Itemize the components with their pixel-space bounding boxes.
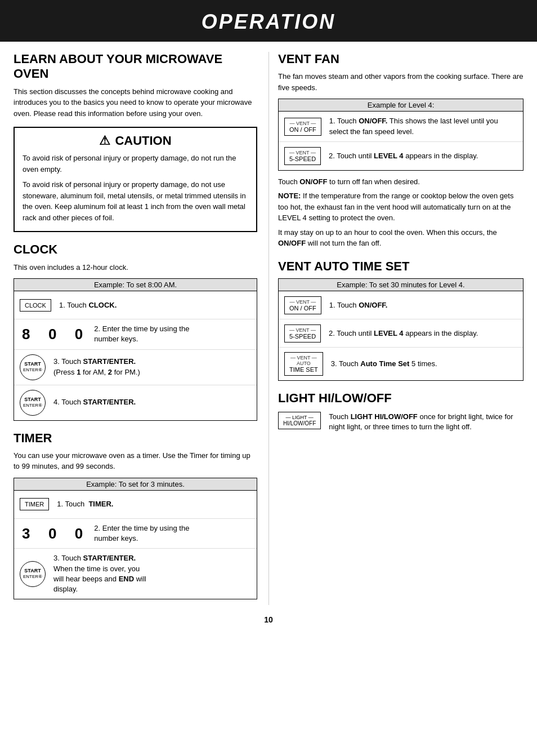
- vent-fan-note3: It may stay on up to an hour to cool the…: [278, 227, 523, 249]
- page-header: OPERATION: [0, 0, 537, 42]
- timer-digits: 3 0 0: [22, 525, 86, 542]
- timer-example-header: Example: To set for 3 minutes.: [14, 478, 257, 491]
- vent-auto-step-3-text: 3. Touch Auto Time Set 5 times.: [331, 359, 437, 369]
- vent-fan-note1: Touch ON/OFF to turn off fan when desire…: [278, 176, 523, 188]
- learn-title: LEARN ABOUT YOUR MICROWAVE OVEN: [14, 52, 257, 82]
- vent-auto-step-2: — VENT — 5-SPEED 2. Touch until LEVEL 4 …: [279, 319, 523, 348]
- vent-auto-example-box: Example: To set 30 minutes for Level 4. …: [278, 278, 523, 381]
- vent-auto-title: VENT AUTO TIME SET: [278, 259, 523, 274]
- clock-step-1: CLOCK 1. Touch CLOCK.: [14, 291, 257, 319]
- clock-step-2: 8 0 0 2. Enter the time by using thenumb…: [14, 319, 257, 349]
- vent-auto-on-off-button: — VENT — ON / OFF: [284, 296, 321, 314]
- clock-body: This oven includes a 12-hour clock.: [14, 262, 257, 273]
- light-section: — LIGHT — HI/LOW/OFF Touch LIGHT HI/LOW/…: [278, 412, 523, 432]
- light-button: — LIGHT — HI/LOW/OFF: [278, 412, 321, 429]
- vent-5speed-button: — VENT — 5-SPEED: [284, 147, 321, 165]
- vent-fan-example-header: Example for Level 4:: [279, 99, 523, 112]
- start-enter-button-2: START ENTER⑥: [20, 390, 46, 416]
- timer-example-box: Example: To set for 3 minutes. TIMER 1. …: [14, 478, 257, 599]
- vent-fan-example-box: Example for Level 4: — VENT — ON / OFF 1…: [278, 99, 523, 170]
- clock-button: CLOCK: [20, 299, 51, 312]
- clock-example-box: Example: To set 8:00 AM. CLOCK 1. Touch …: [14, 278, 257, 420]
- clock-example-header: Example: To set 8:00 AM.: [14, 279, 257, 291]
- caution-icon: ⚠: [99, 134, 110, 148]
- vent-fan-step-1: — VENT — ON / OFF 1. Touch ON/OFF. This …: [279, 112, 523, 141]
- caution-label: CAUTION: [115, 134, 171, 148]
- page-number: 10: [0, 615, 537, 624]
- timer-start-enter-button: START ENTER⑥: [20, 561, 46, 587]
- clock-step-2-text: 2. Enter the time by using thenumber key…: [94, 324, 189, 344]
- page-title: OPERATION: [0, 10, 537, 34]
- clock-digits: 8 0 0: [22, 326, 86, 343]
- caution-header: ⚠ CAUTION: [23, 134, 248, 148]
- timer-step-3: START ENTER⑥ 3. Touch START/ENTER.When t…: [14, 549, 257, 599]
- timer-body: You can use your microwave oven as a tim…: [14, 450, 257, 472]
- clock-step-4: START ENTER⑥ 4. Touch START/ENTER.: [14, 385, 257, 420]
- caution-p1: To avoid risk of personal injury or prop…: [23, 153, 248, 175]
- vent-auto-step-1: — VENT — ON / OFF 1. Touch ON/OFF.: [279, 291, 523, 319]
- vent-auto-step-2-text: 2. Touch until LEVEL 4 appears in the di…: [329, 328, 478, 339]
- timer-step-2-text: 2. Enter the time by using thenumber key…: [94, 523, 189, 544]
- vent-fan-title: VENT FAN: [278, 52, 523, 66]
- learn-body: This section discusses the concepts behi…: [14, 86, 257, 119]
- vent-auto-5speed-button: — VENT — 5-SPEED: [284, 324, 321, 343]
- timer-button: TIMER: [20, 498, 49, 510]
- vent-auto-step-1-text: 1. Touch ON/OFF.: [329, 300, 388, 310]
- vent-fan-note2: NOTE: If the temperature from the range …: [278, 190, 523, 224]
- vent-on-off-button: — VENT — ON / OFF: [284, 118, 321, 136]
- timer-step-1: TIMER 1. Touch TIMER.: [14, 491, 257, 519]
- start-enter-button-1: START ENTER⑥: [20, 354, 46, 380]
- clock-step-1-text: 1. Touch CLOCK.: [59, 300, 117, 310]
- timer-step-2: 3 0 0 2. Enter the time by using thenumb…: [14, 519, 257, 549]
- caution-p2: To avoid risk of personal injury or prop…: [23, 179, 248, 223]
- clock-step-4-text: 4. Touch START/ENTER.: [53, 397, 136, 407]
- caution-box: ⚠ CAUTION To avoid risk of personal inju…: [14, 127, 257, 232]
- timer-step-3-text: 3. Touch START/ENTER.When the time is ov…: [53, 553, 146, 594]
- clock-title: CLOCK: [14, 242, 257, 257]
- right-column: VENT FAN The fan moves steam and other v…: [268, 52, 523, 605]
- timer-title: TIMER: [14, 431, 257, 446]
- clock-step-3-text: 3. Touch START/ENTER.(Press 1 for AM, 2 …: [53, 357, 140, 377]
- vent-fan-step-1-text: 1. Touch ON/OFF. This shows the last lev…: [329, 116, 517, 136]
- light-desc: Touch LIGHT HI/LOW/OFF once for bright l…: [329, 412, 523, 432]
- timer-step-1-text: 1. Touch TIMER.: [57, 499, 113, 509]
- vent-auto-example-header: Example: To set 30 minutes for Level 4.: [279, 279, 523, 291]
- vent-fan-step-2: — VENT — 5-SPEED 2. Touch until LEVEL 4 …: [279, 142, 523, 170]
- left-column: LEARN ABOUT YOUR MICROWAVE OVEN This sec…: [14, 52, 268, 605]
- vent-fan-step-2-text: 2. Touch until LEVEL 4 appears in the di…: [329, 151, 478, 161]
- vent-auto-timeset-button: — VENT — AUTO TIME SET: [284, 352, 323, 376]
- vent-auto-step-3: — VENT — AUTO TIME SET 3. Touch Auto Tim…: [279, 348, 523, 380]
- light-title: LIGHT HI/LOW/OFF: [278, 391, 523, 406]
- clock-step-3: START ENTER⑥ 3. Touch START/ENTER.(Press…: [14, 350, 257, 385]
- vent-fan-body: The fan moves steam and other vapors fro…: [278, 71, 523, 93]
